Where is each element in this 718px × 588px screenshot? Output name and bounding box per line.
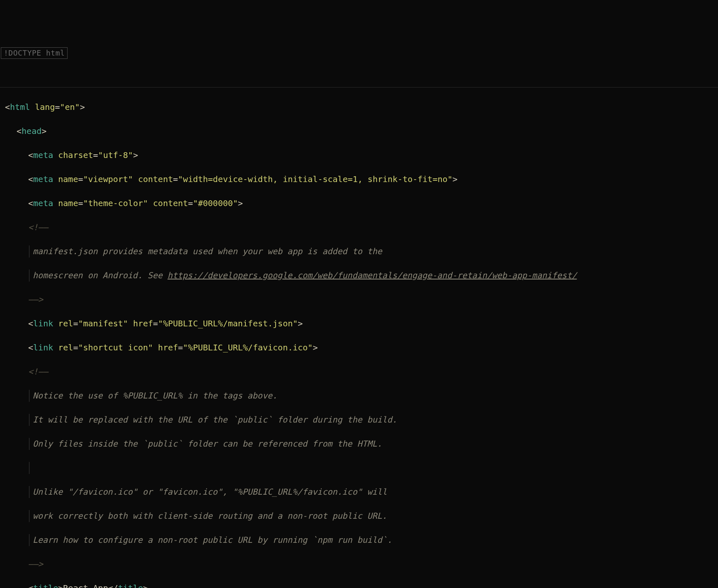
tab-bar: !DOCTYPE html: [0, 48, 718, 56]
code-line: <meta name="viewport" content="width=dev…: [5, 173, 713, 185]
comment-line: [5, 462, 713, 474]
comment-close: ——>: [5, 558, 713, 570]
comment-line: Learn how to configure a non-root public…: [5, 534, 713, 546]
comment-link[interactable]: https://developers.google.com/web/fundam…: [167, 270, 577, 280]
code-line: <meta charset="utf-8">: [5, 149, 713, 161]
code-line: <title>React App</title>: [5, 582, 713, 588]
code-line: <meta name="theme-color" content="#00000…: [5, 197, 713, 209]
comment-line: Only files inside the `public` folder ca…: [5, 438, 713, 450]
code-line: <head>: [5, 125, 713, 137]
comment-line: Unlike "/favicon.ico" or "favicon.ico", …: [5, 486, 713, 498]
comment-open: <!——: [5, 221, 713, 233]
comment-line: homescreen on Android. See https://devel…: [5, 270, 713, 282]
code-line: <html lang="en">: [5, 101, 713, 113]
comment-line: It will be replaced with the URL of the …: [5, 414, 713, 426]
code-line: <link rel="shortcut icon" href="%PUBLIC_…: [5, 342, 713, 354]
comment-close: ——>: [5, 294, 713, 306]
comment-line: manifest.json provides metadata used whe…: [5, 245, 713, 258]
code-editor[interactable]: <html lang="en"> <head> <meta charset="u…: [0, 87, 718, 588]
comment-line: work correctly both with client-side rou…: [5, 510, 713, 522]
tab-stub[interactable]: !DOCTYPE html: [1, 47, 68, 59]
comment-line: Notice the use of %PUBLIC_URL% in the ta…: [5, 390, 713, 402]
tab-label: !DOCTYPE html: [4, 49, 65, 57]
comment-open: <!——: [5, 366, 713, 378]
code-line: <link rel="manifest" href="%PUBLIC_URL%/…: [5, 318, 713, 330]
